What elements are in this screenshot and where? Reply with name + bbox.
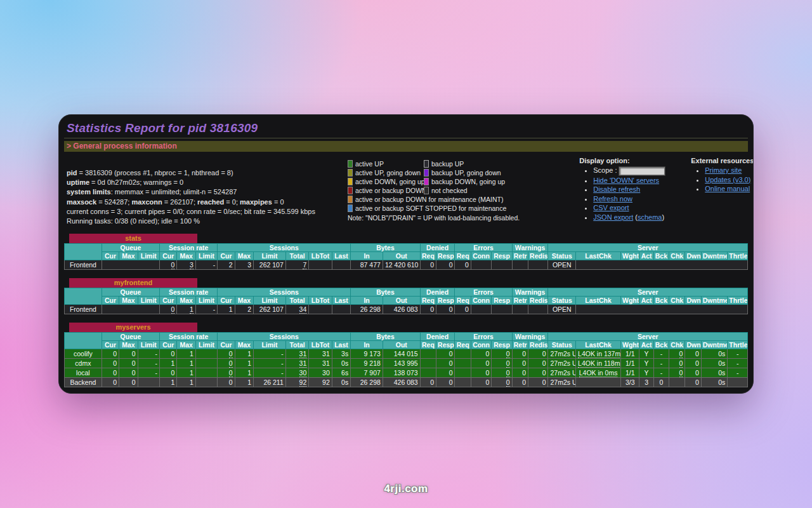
column-header: Max — [235, 341, 253, 349]
cell: 0 — [218, 349, 235, 359]
schema-link[interactable]: schema — [638, 213, 662, 221]
external-resource-link[interactable]: Primary site — [705, 166, 742, 174]
column-header: Act — [639, 297, 653, 305]
column-header: Retr — [512, 341, 528, 349]
legend-rows: active UPbackup UPactive UP, going downb… — [348, 159, 520, 213]
cell: 27m2s UP — [548, 378, 576, 387]
external-resource-link[interactable]: Updates (v3.0) — [705, 176, 750, 184]
column-header: Limit — [138, 341, 159, 349]
cell — [195, 378, 217, 387]
process-info-line: pid = 3816309 (process #1, nbproc = 1, n… — [67, 168, 348, 178]
legend-label: active or backup DOWN — [355, 187, 427, 194]
column-header: Limit — [195, 297, 217, 305]
cell — [528, 305, 548, 314]
cell: 0 — [528, 368, 548, 378]
table-row: Frontend01-12262 1073426 298426 083000OP… — [65, 305, 748, 314]
cell: 3 — [177, 260, 195, 270]
cell: 0 — [436, 260, 455, 270]
cell: 0 — [492, 368, 512, 378]
cell — [576, 378, 621, 387]
column-header: Limit — [138, 297, 159, 305]
column-header: Req — [420, 297, 436, 305]
cell — [309, 260, 332, 270]
cell: 92 — [285, 378, 309, 387]
legend-row: active UPbackup UP — [348, 159, 520, 168]
display-option-item: Disable refresh — [593, 185, 681, 194]
column-group-header: Warnings — [512, 288, 548, 297]
cell: 27m2s UP — [548, 349, 576, 359]
cell: 138 073 — [383, 368, 420, 378]
column-header: Wght — [621, 341, 639, 349]
column-header: Act — [639, 341, 653, 349]
column-header: Out — [383, 297, 420, 305]
cell — [492, 305, 512, 314]
proxy-tab-stats[interactable]: stats — [69, 234, 197, 243]
cell: - — [728, 368, 748, 378]
cell: 0 — [471, 359, 491, 368]
cell: 0 — [160, 349, 177, 359]
column-header: Thrtle — [728, 297, 748, 305]
column-header: Last — [332, 297, 350, 305]
cell: 0 — [160, 368, 177, 378]
cell: 0 — [102, 378, 119, 387]
column-group-header: Errors — [455, 244, 512, 252]
cell: 92 — [309, 378, 332, 387]
cell: 0 — [471, 378, 491, 387]
cell: 7 907 — [351, 368, 383, 378]
cell: - — [138, 368, 159, 378]
column-header: Cur — [218, 297, 235, 305]
cell: Y — [639, 368, 653, 378]
process-info: pid = 3816309 (process #1, nbproc = 1, n… — [64, 154, 348, 226]
cell: 0 — [420, 260, 436, 270]
column-header: Status — [548, 252, 576, 260]
cell: 31 — [285, 359, 309, 368]
cell: - — [728, 359, 748, 368]
cell: 0 — [528, 378, 548, 387]
column-header: Cur — [102, 341, 119, 349]
column-header: Retr — [512, 252, 528, 260]
cell — [195, 359, 217, 368]
cell — [728, 378, 748, 387]
legend-label: backup DOWN, going up — [431, 178, 505, 185]
column-group-header: Queue — [102, 244, 159, 252]
display-option-link[interactable]: CSV export — [593, 204, 629, 211]
cell — [471, 260, 491, 270]
column-header: Out — [383, 341, 420, 349]
legend-label: active UP, going down — [355, 169, 421, 177]
cell: 0 — [218, 368, 235, 378]
column-header: Dwntme — [701, 341, 728, 349]
cell: 1/1 — [621, 349, 639, 359]
cell: 26 298 — [351, 305, 383, 314]
legend-note: Note: "NOLB"/"DRAIN" = UP with load-bala… — [348, 214, 520, 222]
cell: 0 — [160, 305, 177, 314]
cell: - — [653, 349, 669, 359]
cell: 0 — [119, 378, 138, 387]
scope-input[interactable] — [619, 167, 665, 175]
cell: 0 — [102, 368, 119, 378]
proxy-tab-myfrontend[interactable]: myfrontend — [69, 278, 197, 288]
row-label: Frontend — [65, 305, 102, 314]
legend-swatch — [424, 169, 429, 177]
display-option-link[interactable]: Hide 'DOWN' servers — [593, 177, 659, 184]
cell: 1 — [177, 368, 195, 378]
display-option-link[interactable]: Disable refresh — [593, 185, 640, 193]
column-header: Resp — [492, 252, 512, 260]
column-header: Bck — [653, 252, 669, 260]
display-option-link[interactable]: JSON export — [593, 213, 633, 221]
cell: 0 — [492, 359, 512, 368]
scope-label: Scope : — [593, 166, 617, 174]
cell: 0 — [455, 305, 471, 314]
column-header: Conn — [471, 341, 491, 349]
display-option-link[interactable]: Refresh now — [593, 195, 632, 203]
cell: 26 211 — [254, 378, 286, 387]
column-header: Total — [285, 341, 309, 349]
column-header: Max — [119, 252, 138, 260]
proxy-tab-myservers[interactable]: myservers — [69, 323, 197, 332]
section-general-process-information[interactable]: > General process information — [64, 141, 748, 152]
display-options-list: Scope : Hide 'DOWN' serversDisable refre… — [593, 166, 681, 221]
stats-tables: statsQueueSession rateSessionsBytesDenie… — [64, 234, 748, 387]
cell: 0s — [701, 378, 728, 387]
external-resource-link[interactable]: Online manual — [705, 185, 750, 192]
cell: 0 — [119, 359, 138, 368]
cell: - — [728, 349, 748, 359]
